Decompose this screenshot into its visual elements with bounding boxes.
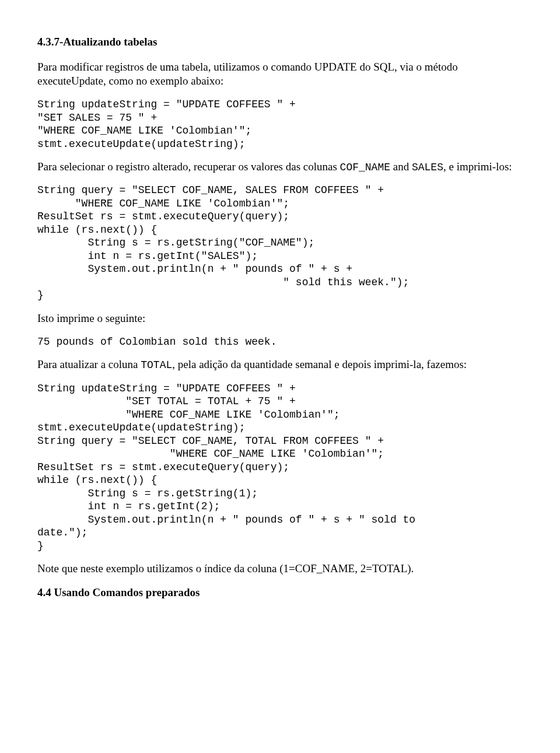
text-before-total: Para atualizar a coluna [37, 358, 141, 370]
code-block-output: 75 pounds of Colombian sold this week. [37, 335, 523, 349]
paragraph-note: Note que neste exemplo utilizamos o índi… [37, 562, 523, 576]
section-heading-437: 4.3.7-Atualizando tabelas [37, 35, 523, 50]
code-block-update-1: String updateString = "UPDATE COFFEES " … [37, 98, 523, 150]
paragraph-total-desc: Para atualizar a coluna TOTAL, pela adiç… [37, 358, 523, 372]
text-after-sales: , e imprimi-los: [443, 160, 512, 173]
inline-code-cofname: COF_NAME [340, 162, 390, 173]
section-heading-44: 4.4 Usando Comandos preparados [37, 586, 523, 600]
text-after-total: , pela adição da quantidade semanal e de… [172, 358, 467, 370]
text-before-cofname: Para selecionar o registro alterado, rec… [37, 160, 340, 173]
paragraph-intro-437: Para modificar registros de uma tabela, … [37, 60, 523, 89]
code-block-select-1: String query = "SELECT COF_NAME, SALES F… [37, 184, 523, 302]
paragraph-prints: Isto imprime o seguinte: [37, 311, 523, 326]
text-and: and [390, 160, 412, 173]
inline-code-sales: SALES [412, 162, 443, 173]
code-block-update-2: String updateString = "UPDATE COFFEES " … [37, 382, 523, 553]
inline-code-total: TOTAL [141, 359, 172, 371]
paragraph-select-desc: Para selecionar o registro alterado, rec… [37, 160, 523, 174]
